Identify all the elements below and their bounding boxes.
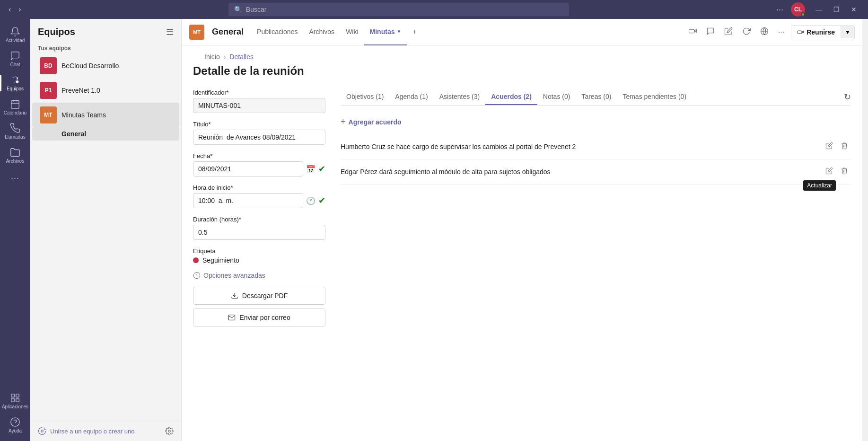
tab-acuerdos[interactable]: Acuerdos (2) xyxy=(485,89,537,105)
titlebar: ‹ › 🔍 ··· CL — ❐ ✕ xyxy=(0,0,868,19)
hora-input[interactable] xyxy=(193,193,303,208)
teams-footer[interactable]: Unirse a un equipo o crear uno xyxy=(30,421,181,441)
avatar[interactable]: CL xyxy=(791,2,805,17)
sidebar-item-equipos[interactable]: Equipos xyxy=(0,71,30,95)
fecha-input[interactable] xyxy=(193,161,303,176)
sidebar-label-ayuda: Ayuda xyxy=(9,428,22,433)
hora-row: 🕐 ✔ xyxy=(193,193,325,208)
reunirse-button[interactable]: Reunirse xyxy=(791,26,841,39)
close-button[interactable]: ✕ xyxy=(845,4,862,15)
sidebar-label-calendario: Calendario xyxy=(4,110,26,115)
titlebar-right: ··· CL — ❐ ✕ xyxy=(773,2,862,17)
sidebar-item-aplicaciones[interactable]: Aplicaciones xyxy=(2,389,28,413)
advanced-options-link[interactable]: Opciones avanzadas xyxy=(193,272,325,279)
team-name-becloud: BeCloud Desarrollo xyxy=(61,62,161,70)
sidebar-item-chat[interactable]: Chat xyxy=(0,47,30,71)
identificador-label: Identificador* xyxy=(193,89,325,96)
sidebar-item-actividad[interactable]: Actividad xyxy=(0,23,30,47)
channel-header-actions: ··· Reunirse ▼ xyxy=(685,24,855,40)
searchbar[interactable]: 🔍 xyxy=(228,3,569,16)
edit-acuerdo-1-button[interactable] xyxy=(823,140,836,153)
filter-icon[interactable]: ☰ xyxy=(166,27,174,37)
edit-acuerdo-2-container: Actualizar xyxy=(823,165,836,178)
tab-asistentes[interactable]: Asistentes (3) xyxy=(434,89,486,105)
channel-item-general[interactable]: General xyxy=(32,127,179,141)
trash-icon xyxy=(841,142,848,150)
add-acuerdo-button[interactable]: + Agregar acuerdo xyxy=(341,117,402,127)
tab-archivos[interactable]: Archivos xyxy=(303,19,340,45)
pencil-icon xyxy=(825,142,833,150)
globe-icon-btn[interactable] xyxy=(757,24,772,40)
video-icon-btn[interactable] xyxy=(685,24,700,40)
detail-layout: Identificador* Título* Fecha* 📅 xyxy=(193,89,851,330)
enviar-correo-button[interactable]: Enviar por correo xyxy=(193,309,325,326)
tab-objetivos[interactable]: Objetivos (1) xyxy=(341,89,389,105)
sidebar-label-aplicaciones: Aplicaciones xyxy=(2,404,28,409)
more-icon[interactable]: ··· xyxy=(773,4,786,16)
chat-icon-btn[interactable] xyxy=(703,24,718,40)
tab-tareas[interactable]: Tareas (0) xyxy=(576,89,617,105)
right-scrollbar xyxy=(862,19,868,441)
search-input[interactable] xyxy=(246,6,563,13)
team-name-prevenet: PreveNet 1.0 xyxy=(61,87,161,94)
etiqueta-label: Etiqueta xyxy=(193,247,325,255)
sidebar-label-actividad: Actividad xyxy=(6,38,25,43)
breadcrumb-detalles[interactable]: Detalles xyxy=(229,53,254,61)
delete-acuerdo-2-button[interactable] xyxy=(838,165,851,178)
add-acuerdo-row: + Agregar acuerdo xyxy=(341,113,851,131)
sidebar-item-archivos[interactable]: Archivos xyxy=(0,143,30,168)
nav-buttons: ‹ › xyxy=(6,4,24,15)
maximize-button[interactable]: ❐ xyxy=(828,4,845,15)
sidebar-item-calendario[interactable]: Calendario xyxy=(0,95,30,119)
sidebar-item-ayuda[interactable]: Ayuda xyxy=(2,413,28,437)
tab-temas-pendientes[interactable]: Temas pendientes (0) xyxy=(617,89,692,105)
team-item-becloud[interactable]: BD BeCloud Desarrollo ··· xyxy=(32,53,179,78)
sync-icon-btn[interactable] xyxy=(739,24,754,40)
tag-dot xyxy=(193,257,199,263)
delete-acuerdo-1-button[interactable] xyxy=(838,140,851,153)
tab-agenda[interactable]: Agenda (1) xyxy=(389,89,433,105)
svg-point-11 xyxy=(41,430,44,432)
duracion-input[interactable] xyxy=(193,225,325,240)
sidebar-label-llamadas: Llamadas xyxy=(5,134,25,140)
identificador-input[interactable] xyxy=(193,98,325,113)
tab-publicaciones[interactable]: Publicaciones xyxy=(251,19,303,45)
section-label: Tus equipos xyxy=(30,41,181,53)
edit-acuerdo-2-button[interactable] xyxy=(823,165,836,178)
fecha-check-icon: ✔ xyxy=(318,164,325,174)
online-status xyxy=(801,12,805,17)
refresh-button[interactable]: ↻ xyxy=(844,92,851,102)
info-icon xyxy=(193,272,201,279)
tab-wiki[interactable]: Wiki xyxy=(340,19,364,45)
svg-rect-13 xyxy=(689,29,694,33)
tab-add[interactable]: + xyxy=(407,19,422,45)
minutas-dropdown-icon[interactable]: ▼ xyxy=(396,29,401,34)
minimize-button[interactable]: — xyxy=(810,4,828,15)
team-item-minutas[interactable]: MT Minutas Teams ··· xyxy=(32,103,179,127)
field-identificador: Identificador* xyxy=(193,89,325,113)
titulo-input[interactable] xyxy=(193,130,325,145)
descargar-pdf-button[interactable]: Descargar PDF xyxy=(193,287,325,305)
teams-header: Equipos ☰ xyxy=(30,19,181,41)
sidebar-item-more[interactable]: ··· xyxy=(0,169,30,187)
sidebar-item-llamadas[interactable]: Llamadas xyxy=(0,119,30,143)
svg-rect-6 xyxy=(16,394,19,397)
join-team-label: Unirse a un equipo o crear uno xyxy=(50,428,135,435)
settings-icon[interactable] xyxy=(165,427,174,435)
channel-title: General xyxy=(212,27,244,37)
tab-minutas[interactable]: Minutas ▼ xyxy=(364,19,407,45)
team-item-prevenet[interactable]: P1 PreveNet 1.0 ··· xyxy=(32,78,179,103)
clock-icon: 🕐 xyxy=(306,196,316,205)
svg-rect-5 xyxy=(11,394,14,397)
tab-notas[interactable]: Notas (0) xyxy=(537,89,576,105)
edit-icon-btn[interactable] xyxy=(721,24,736,40)
acuerdo-text-2: Edgar Pérez dará seguimiento al módulo d… xyxy=(341,168,819,176)
meet-dropdown-button[interactable]: ▼ xyxy=(841,26,854,38)
breadcrumb-inicio[interactable]: Inicio xyxy=(204,53,220,61)
hora-label: Hora de inicio* xyxy=(193,184,325,191)
forward-button[interactable]: › xyxy=(16,4,24,15)
back-button[interactable]: ‹ xyxy=(6,4,14,15)
detail-area: Inicio › Detalles Detalle de la reunión … xyxy=(182,45,862,342)
svg-rect-7 xyxy=(11,399,14,402)
more-options-btn[interactable]: ··· xyxy=(775,25,787,39)
